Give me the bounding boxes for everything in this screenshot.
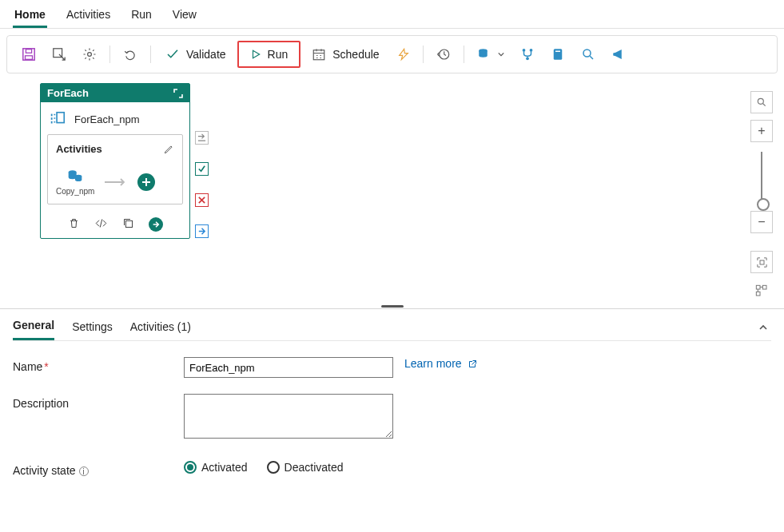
settings-gear-button[interactable] bbox=[76, 42, 103, 67]
zoom-out-button[interactable]: − bbox=[750, 211, 773, 233]
history-button[interactable] bbox=[430, 42, 457, 67]
connector-fail[interactable] bbox=[195, 193, 209, 207]
trash-icon[interactable] bbox=[68, 217, 80, 229]
tab-run[interactable]: Run bbox=[129, 5, 153, 28]
node-action-bar bbox=[41, 212, 189, 238]
trigger-button[interactable] bbox=[391, 42, 416, 67]
radio-deactivated[interactable]: Deactivated bbox=[267, 461, 344, 474]
plus-icon bbox=[141, 177, 151, 187]
main-toolbar: Validate Run Schedule bbox=[6, 35, 778, 73]
toolbar-separator bbox=[423, 46, 424, 63]
history-icon bbox=[436, 47, 451, 62]
info-icon[interactable]: i bbox=[79, 466, 89, 476]
connector-skip[interactable] bbox=[195, 131, 209, 145]
zoom-in-button[interactable]: + bbox=[750, 120, 773, 142]
node-title-row: ForEach_npm bbox=[41, 102, 189, 134]
lightning-icon bbox=[397, 47, 410, 62]
prop-tab-activities[interactable]: Activities (1) bbox=[130, 316, 191, 339]
svg-point-21 bbox=[758, 98, 763, 104]
add-activity-button[interactable] bbox=[137, 173, 155, 191]
megaphone-icon bbox=[611, 47, 626, 62]
radio-activated[interactable]: Activated bbox=[184, 461, 248, 474]
collapse-panel-button[interactable] bbox=[758, 323, 771, 332]
foreach-node[interactable]: ForEach ForEach_npm Activities Copy_npm bbox=[40, 83, 190, 239]
branch-icon bbox=[520, 47, 535, 62]
copy-data-icon bbox=[66, 168, 84, 184]
learn-more-link[interactable]: Learn more bbox=[404, 357, 477, 370]
svg-rect-20 bbox=[125, 220, 132, 227]
datasource-button[interactable] bbox=[471, 42, 511, 67]
top-tabbar: Home Activities Run View bbox=[0, 0, 784, 29]
inner-flow: Copy_npm bbox=[56, 168, 174, 196]
node-connectors bbox=[195, 131, 209, 238]
search-toolbar-button[interactable] bbox=[575, 42, 602, 67]
database-icon bbox=[477, 47, 491, 62]
svg-rect-16 bbox=[51, 117, 53, 120]
svg-rect-24 bbox=[762, 285, 766, 289]
description-field-label: Description bbox=[13, 394, 184, 410]
svg-rect-11 bbox=[553, 49, 562, 60]
layout-icon bbox=[755, 284, 768, 297]
run-label: Run bbox=[268, 48, 289, 61]
clone-icon[interactable] bbox=[122, 217, 134, 229]
toolbar-separator bbox=[464, 46, 464, 63]
svg-rect-12 bbox=[555, 51, 560, 53]
undo-icon bbox=[123, 47, 137, 62]
chevron-up-icon bbox=[758, 323, 768, 332]
copy-activity-label: Copy_npm bbox=[56, 187, 94, 196]
pencil-icon[interactable] bbox=[163, 144, 174, 155]
play-icon bbox=[250, 49, 261, 60]
zoom-slider[interactable] bbox=[761, 152, 762, 204]
schedule-label: Schedule bbox=[332, 48, 379, 61]
svg-point-9 bbox=[529, 49, 532, 52]
svg-rect-15 bbox=[51, 114, 53, 117]
git-button[interactable] bbox=[514, 42, 541, 67]
checkmark-icon bbox=[165, 47, 180, 62]
svg-rect-17 bbox=[51, 121, 53, 124]
minimap-button[interactable] bbox=[750, 280, 773, 302]
undo-button[interactable] bbox=[117, 42, 144, 67]
tab-home[interactable]: Home bbox=[13, 5, 47, 28]
svg-rect-2 bbox=[26, 50, 31, 53]
notebook-button[interactable] bbox=[544, 42, 571, 67]
description-input[interactable] bbox=[184, 394, 393, 439]
zoom-fit-button[interactable] bbox=[750, 251, 773, 273]
fit-screen-icon bbox=[756, 256, 768, 268]
node-name-label: ForEach_npm bbox=[74, 113, 140, 125]
node-inner: Activities Copy_npm bbox=[47, 134, 183, 204]
prop-tab-general[interactable]: General bbox=[13, 314, 54, 340]
svg-rect-25 bbox=[756, 292, 760, 296]
arrow-right-icon bbox=[152, 220, 160, 228]
inner-activities-label: Activities bbox=[56, 143, 102, 155]
svg-rect-22 bbox=[760, 260, 764, 264]
connector-completion[interactable] bbox=[195, 224, 209, 238]
node-next-button[interactable] bbox=[149, 217, 163, 232]
schedule-button[interactable]: Schedule bbox=[304, 42, 387, 67]
node-header[interactable]: ForEach bbox=[41, 84, 189, 102]
svg-rect-23 bbox=[756, 285, 760, 289]
save-as-button[interactable] bbox=[46, 42, 73, 67]
pipeline-canvas[interactable]: ForEach ForEach_npm Activities Copy_npm bbox=[0, 80, 784, 304]
svg-point-8 bbox=[522, 49, 525, 52]
prop-tab-settings[interactable]: Settings bbox=[72, 316, 113, 339]
arrow-icon bbox=[104, 178, 128, 186]
svg-rect-14 bbox=[57, 113, 64, 123]
toolbar-separator bbox=[109, 46, 110, 63]
run-button[interactable]: Run bbox=[237, 41, 301, 68]
copy-activity[interactable]: Copy_npm bbox=[56, 168, 94, 196]
connector-success[interactable] bbox=[195, 162, 209, 176]
validate-button[interactable]: Validate bbox=[157, 42, 234, 67]
external-link-icon bbox=[468, 359, 477, 369]
save-button[interactable] bbox=[15, 42, 42, 67]
toolbar-separator bbox=[150, 46, 151, 63]
tab-view[interactable]: View bbox=[171, 5, 198, 28]
properties-panel: General Settings Activities (1) Name* Le… bbox=[0, 308, 784, 493]
code-icon[interactable] bbox=[94, 217, 108, 229]
expand-icon[interactable] bbox=[173, 89, 183, 98]
save-as-icon bbox=[52, 47, 66, 62]
canvas-search-button[interactable] bbox=[750, 91, 773, 113]
tab-activities[interactable]: Activities bbox=[65, 5, 112, 28]
announce-button[interactable] bbox=[605, 42, 632, 67]
name-input[interactable] bbox=[184, 357, 393, 378]
save-icon bbox=[22, 47, 36, 62]
